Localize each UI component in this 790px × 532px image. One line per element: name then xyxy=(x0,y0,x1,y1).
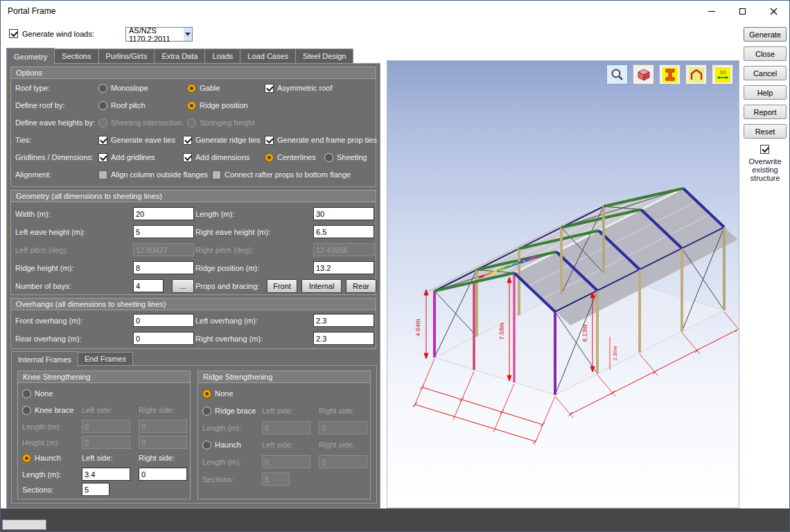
props-rear-button[interactable]: Rear xyxy=(346,279,376,293)
ridge-haunch-left-side-label: Left side: xyxy=(262,441,293,450)
show-sections-button[interactable] xyxy=(659,64,681,85)
left-eave-input[interactable] xyxy=(133,225,194,238)
radio-label: Ridge position xyxy=(200,101,248,109)
right-overhang-input[interactable] xyxy=(313,332,374,345)
show-portal-frame-button[interactable] xyxy=(685,64,707,85)
wind-standard-dropdown[interactable]: AS/NZS 1170.2:2011 xyxy=(125,27,193,42)
right-eave-input[interactable] xyxy=(313,225,374,238)
tab-loads[interactable]: Loads xyxy=(205,48,240,64)
right-overhang-label: Right overhang (m): xyxy=(195,335,263,344)
props-bracing-label: Props and bracing: xyxy=(195,282,259,291)
ridge-haunch-length-label: Length (m): xyxy=(202,458,241,467)
align-flanges-checkbox[interactable]: Align column outside flanges xyxy=(98,170,208,179)
checkbox-icon xyxy=(183,136,192,145)
cancel-button[interactable]: Cancel xyxy=(744,66,787,80)
dimension-label-internal-height: 6.13m xyxy=(581,324,588,342)
radio-label: Gable xyxy=(200,84,220,92)
generate-button[interactable]: Generate xyxy=(744,27,787,42)
checkbox-label: Generate eave ties xyxy=(111,136,175,144)
ridge-height-input[interactable] xyxy=(133,261,194,274)
rear-overhang-input[interactable] xyxy=(133,332,194,345)
radio-ridge-brace[interactable]: Ridge brace xyxy=(202,406,256,416)
radio-label: Haunch xyxy=(215,441,241,449)
knee-brace-left-side-label: Left side: xyxy=(82,406,113,415)
knee-strengthening-group: Knee Strengthening None Knee brace Left … xyxy=(17,371,191,499)
internal-frames-panel: Knee Strengthening None Knee brace Left … xyxy=(11,365,377,504)
radio-ridge-haunch[interactable]: Haunch xyxy=(202,440,241,450)
reset-button[interactable]: Reset xyxy=(744,124,787,139)
tab-steel-design[interactable]: Steel Design xyxy=(296,48,353,64)
tab-internal-frames[interactable]: Internal Frames xyxy=(11,351,78,366)
help-button[interactable]: Help xyxy=(744,85,787,100)
dimension-icon: 10 xyxy=(715,67,730,82)
eave-ties-checkbox[interactable]: Generate eave ties xyxy=(98,135,175,145)
length-label: Length (m): xyxy=(195,210,234,219)
radio-centerlines[interactable]: Centerlines xyxy=(265,152,316,162)
tab-purlins-girts[interactable]: Purlins/Girts xyxy=(99,48,155,64)
show-dimensions-button[interactable]: 10 xyxy=(712,64,733,85)
render-mode-button[interactable] xyxy=(633,64,654,85)
knee-sections-input[interactable] xyxy=(82,483,109,496)
radio-ridge-none[interactable]: None xyxy=(202,389,233,398)
ridge-position-input[interactable] xyxy=(313,261,374,274)
haunch-length-label: Length (m): xyxy=(22,470,61,479)
props-front-button[interactable]: Front xyxy=(267,279,297,293)
close-button[interactable] xyxy=(758,1,789,21)
left-overhang-input[interactable] xyxy=(313,314,374,327)
width-input[interactable] xyxy=(133,207,194,220)
model-viewport[interactable]: 4.64m 7.58m 6.13m 2.30m xyxy=(387,60,739,508)
viewport-toolbar: 10 xyxy=(606,64,733,85)
haunch-length-right-input[interactable] xyxy=(139,468,187,481)
tab-end-frames[interactable]: End Frames xyxy=(78,352,133,366)
command-input[interactable] xyxy=(2,520,46,530)
end-frame-ties-checkbox[interactable]: Generate end frame prop ties xyxy=(265,135,377,145)
maximize-button[interactable] xyxy=(727,1,758,21)
radio-roof-pitch[interactable]: Roof pitch xyxy=(98,100,146,110)
gridlines-label: Gridlines / Dimensions: xyxy=(15,153,94,162)
dimension-label-ridge-height: 7.58m xyxy=(498,322,505,339)
tab-sections[interactable]: Sections xyxy=(55,48,98,64)
close-dialog-button[interactable]: Close xyxy=(744,46,787,61)
bays-more-button[interactable]: ... xyxy=(172,279,194,293)
minimize-button[interactable] xyxy=(696,1,727,21)
generate-wind-loads-checkbox[interactable]: Generate wind loads: xyxy=(9,29,94,38)
bays-input[interactable] xyxy=(133,279,164,292)
radio-label: Monoslope xyxy=(111,84,148,92)
props-internal-button[interactable]: Internal xyxy=(301,279,342,293)
connect-props-checkbox[interactable]: Connect rafter props to bottom flange xyxy=(212,170,351,179)
radio-knee-none[interactable]: None xyxy=(22,389,53,398)
overwrite-existing-checkbox[interactable] xyxy=(760,145,769,154)
radio-ridge-position[interactable]: Ridge position xyxy=(187,100,248,110)
radio-label: None xyxy=(35,389,53,398)
zoom-button[interactable] xyxy=(606,64,628,85)
tab-geometry[interactable]: Geometry xyxy=(6,48,55,64)
radio-knee-brace[interactable]: Knee brace xyxy=(22,405,73,415)
tab-extra-data[interactable]: Extra Data xyxy=(155,48,205,64)
ridge-haunch-length-right-input xyxy=(319,455,367,468)
add-gridlines-checkbox[interactable]: Add gridlines xyxy=(98,152,155,162)
asymmetric-roof-checkbox[interactable]: Asymmetric roof xyxy=(265,83,332,93)
alignment-label: Alignment: xyxy=(15,170,51,179)
front-overhang-input[interactable] xyxy=(133,314,194,327)
knee-brace-length-left-input xyxy=(82,420,130,433)
window-controls xyxy=(696,1,789,21)
titlebar: Portal Frame xyxy=(1,1,789,21)
radio-icon xyxy=(22,389,31,398)
haunch-length-left-input[interactable] xyxy=(82,468,130,481)
radio-sheeting[interactable]: Sheeting xyxy=(324,152,367,162)
geometry-caption: Geometry (all dimensions to sheeting lin… xyxy=(11,190,376,202)
radio-label: Centerlines xyxy=(277,153,316,161)
checkbox-label: Connect rafter props to bottom flange xyxy=(225,170,351,179)
radio-gable[interactable]: Gable xyxy=(187,83,220,93)
radio-monoslope[interactable]: Monoslope xyxy=(98,83,148,93)
tab-load-cases[interactable]: Load Cases xyxy=(240,48,296,64)
checkbox-icon xyxy=(760,145,769,154)
ridge-ties-checkbox[interactable]: Generate ridge ties xyxy=(183,135,261,145)
report-button[interactable]: Report xyxy=(744,105,787,119)
add-dimensions-checkbox[interactable]: Add dimensions xyxy=(183,152,249,162)
length-input[interactable] xyxy=(313,207,374,220)
beam-section-icon xyxy=(662,67,678,82)
radio-knee-haunch[interactable]: Haunch xyxy=(22,453,61,463)
radio-disabled-icon xyxy=(98,118,107,127)
3d-model-view[interactable]: 4.64m 7.58m 6.13m 2.30m xyxy=(387,61,739,508)
